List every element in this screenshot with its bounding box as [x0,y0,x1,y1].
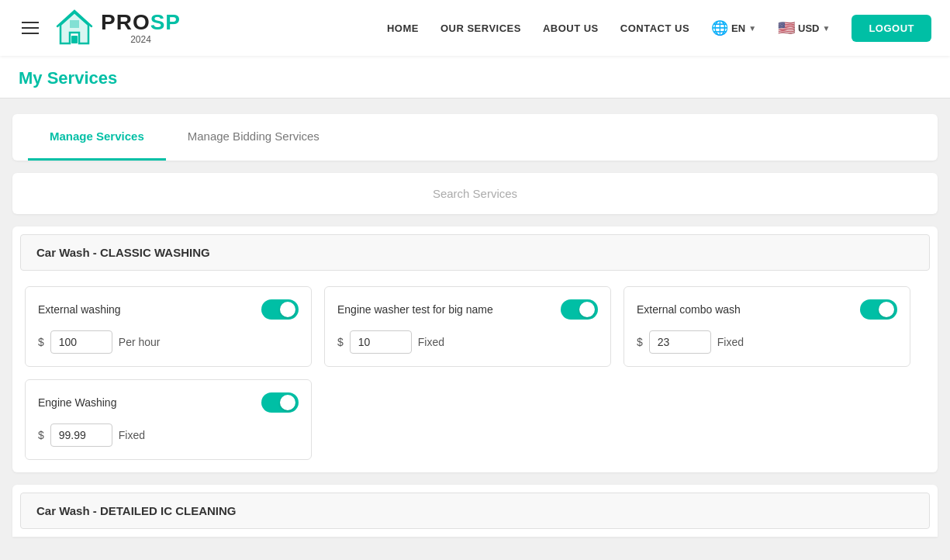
tab-manage-bidding-services[interactable]: Manage Bidding Services [166,114,341,161]
service-cards-0: External washing $ Per hour Engine washe… [12,278,938,472]
toggle-external-combo[interactable] [860,299,897,320]
service-name-0-3: Engine Washing [38,396,116,409]
currency-flag-icon: 🇺🇸 [778,19,795,36]
price-input-0-0[interactable] [50,330,112,354]
logo-prosp: PROSP [101,12,181,33]
page-title: My Services [19,68,931,88]
hamburger-menu[interactable] [19,19,42,37]
price-row-0-2: $ Fixed [637,330,897,354]
price-row-0-1: $ Fixed [337,330,598,354]
price-type-0-2: Fixed [717,336,744,348]
header: PROSP 2024 HOME OUR SERVICES ABOUT US CO… [0,0,950,56]
logo-text: PROSP 2024 [101,12,181,44]
price-type-0-3: Fixed [119,429,145,441]
nav-home[interactable]: HOME [387,22,419,34]
service-card-header-0-0: External washing [38,299,299,320]
service-card-0-2: External combo wash $ Fixed [624,286,910,367]
page-title-bar: My Services [0,56,950,99]
service-card-header-0-1: Engine washer test for big name [337,299,598,320]
service-name-0-2: External combo wash [637,303,741,316]
logo-icon [54,8,95,48]
price-row-0-0: $ Per hour [38,330,299,354]
price-type-0-1: Fixed [418,336,444,348]
nav-contact-us[interactable]: CONTACT US [620,22,689,34]
price-row-0-3: $ Fixed [38,423,299,447]
service-card-header-0-3: Engine Washing [38,392,299,413]
tabs-container: Manage Services Manage Bidding Services [12,114,938,161]
nav-about-us[interactable]: ABOUT US [543,22,599,34]
price-type-0-0: Per hour [119,336,161,348]
nav-our-services[interactable]: OUR SERVICES [440,22,521,34]
service-card-header-0-2: External combo wash [637,299,897,320]
header-left: PROSP 2024 [19,8,181,48]
currency-symbol-0-2: $ [637,336,643,348]
lang-chevron-icon: ▼ [748,24,756,33]
globe-icon: 🌐 [711,19,728,36]
svg-rect-0 [71,36,78,43]
service-card-0-1: Engine washer test for big name $ Fixed [324,286,611,367]
tabs: Manage Services Manage Bidding Services [28,114,922,161]
currency-symbol-0-0: $ [38,336,44,348]
logo-pro: PRO [101,10,150,34]
language-selector[interactable]: 🌐 EN ▼ [711,19,756,36]
toggle-engine-washer-test[interactable] [561,299,598,320]
toggle-engine-washing[interactable] [261,392,299,413]
search-input[interactable] [16,176,934,211]
search-bar-container [12,173,938,214]
price-input-0-3[interactable] [50,423,112,447]
price-input-0-2[interactable] [649,330,711,354]
service-name-0-1: Engine washer test for big name [337,303,493,316]
service-name-0-0: External washing [38,303,121,316]
logo-year: 2024 [101,35,181,44]
toggle-external-washing[interactable] [261,299,299,320]
currency-symbol-0-3: $ [38,429,44,441]
lang-label: EN [731,22,745,34]
service-group-1: Car Wash - DETAILED IC CLEANING [12,485,938,537]
logo-sp: SP [150,10,181,34]
logo: PROSP 2024 [54,8,181,48]
currency-chevron-icon: ▼ [822,24,830,33]
service-group-header-1: Car Wash - DETAILED IC CLEANING [20,493,930,529]
header-nav: HOME OUR SERVICES ABOUT US CONTACT US 🌐 … [387,15,931,42]
price-input-0-1[interactable] [350,330,412,354]
service-group-0: Car Wash - CLASSIC WASHING External wash… [12,226,938,472]
main-content: Manage Services Manage Bidding Services … [0,99,950,560]
currency-label: USD [798,22,819,34]
service-group-header-0: Car Wash - CLASSIC WASHING [20,234,930,271]
service-card-0-3: Engine Washing $ Fixed [25,379,312,460]
tab-manage-services[interactable]: Manage Services [28,114,166,161]
currency-symbol-0-1: $ [337,336,344,348]
logout-button[interactable]: LOGOUT [852,15,931,42]
service-card-0-0: External washing $ Per hour [25,286,312,367]
currency-selector[interactable]: 🇺🇸 USD ▼ [778,19,830,36]
